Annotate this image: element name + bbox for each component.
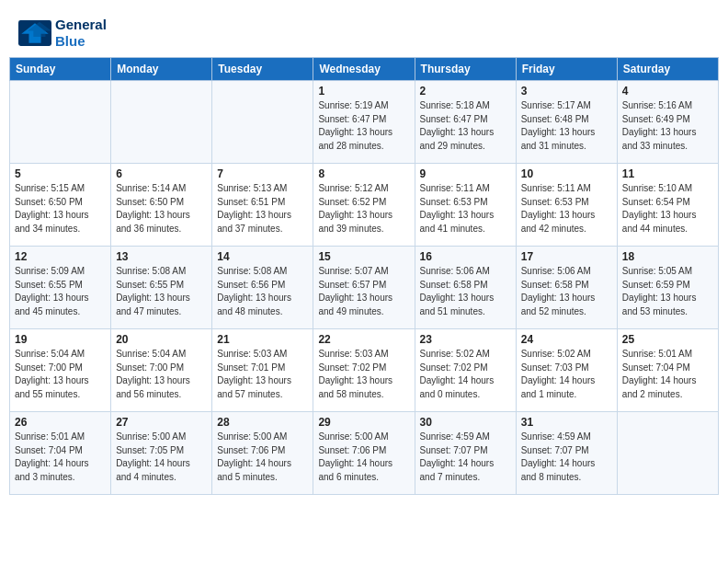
weekday-header-monday: Monday: [111, 58, 212, 81]
day-number: 14: [217, 250, 308, 263]
day-number: 17: [521, 250, 612, 263]
weekday-header-tuesday: Tuesday: [212, 58, 313, 81]
page-header: General Blue: [9, 9, 719, 53]
calendar-cell: 24Sunrise: 5:02 AM Sunset: 7:03 PM Dayli…: [516, 329, 617, 412]
calendar-cell: 17Sunrise: 5:06 AM Sunset: 6:58 PM Dayli…: [516, 247, 617, 329]
calendar-week-1: 1Sunrise: 5:19 AM Sunset: 6:47 PM Daylig…: [10, 81, 719, 164]
calendar-cell: [212, 81, 313, 164]
day-number: 1: [318, 85, 409, 98]
day-info: Sunrise: 5:01 AM Sunset: 7:04 PM Dayligh…: [15, 431, 106, 484]
calendar-week-4: 19Sunrise: 5:04 AM Sunset: 7:00 PM Dayli…: [10, 329, 719, 412]
calendar-cell: [10, 81, 111, 164]
day-info: Sunrise: 5:15 AM Sunset: 6:50 PM Dayligh…: [15, 182, 106, 236]
day-info: Sunrise: 5:03 AM Sunset: 7:01 PM Dayligh…: [217, 348, 308, 401]
day-info: Sunrise: 5:00 AM Sunset: 7:06 PM Dayligh…: [318, 431, 409, 484]
calendar-cell: 15Sunrise: 5:07 AM Sunset: 6:57 PM Dayli…: [313, 247, 415, 329]
day-info: Sunrise: 5:02 AM Sunset: 7:03 PM Dayligh…: [521, 348, 612, 401]
day-number: 30: [420, 416, 511, 429]
calendar-cell: 28Sunrise: 5:00 AM Sunset: 7:06 PM Dayli…: [212, 412, 313, 495]
day-number: 6: [116, 167, 207, 180]
day-info: Sunrise: 5:12 AM Sunset: 6:52 PM Dayligh…: [318, 182, 409, 236]
day-info: Sunrise: 5:01 AM Sunset: 7:04 PM Dayligh…: [622, 348, 713, 401]
day-number: 9: [420, 167, 511, 180]
day-number: 10: [521, 167, 612, 180]
day-number: 18: [622, 250, 713, 263]
day-info: Sunrise: 5:14 AM Sunset: 6:50 PM Dayligh…: [116, 182, 207, 236]
calendar-table: SundayMondayTuesdayWednesdayThursdayFrid…: [9, 57, 719, 495]
day-number: 5: [15, 167, 106, 180]
day-number: 24: [521, 333, 612, 346]
day-number: 13: [116, 250, 207, 263]
calendar-cell: 27Sunrise: 5:00 AM Sunset: 7:05 PM Dayli…: [111, 412, 212, 495]
calendar-cell: 22Sunrise: 5:03 AM Sunset: 7:02 PM Dayli…: [313, 329, 415, 412]
day-number: 4: [622, 85, 713, 98]
weekday-header-friday: Friday: [516, 58, 617, 81]
weekday-header-wednesday: Wednesday: [313, 58, 415, 81]
calendar-cell: 14Sunrise: 5:08 AM Sunset: 6:56 PM Dayli…: [212, 247, 313, 329]
day-info: Sunrise: 5:10 AM Sunset: 6:54 PM Dayligh…: [622, 182, 713, 236]
day-number: 23: [420, 333, 511, 346]
day-number: 12: [15, 250, 106, 263]
day-number: 22: [318, 333, 409, 346]
day-number: 26: [15, 416, 106, 429]
day-info: Sunrise: 5:08 AM Sunset: 6:55 PM Dayligh…: [116, 265, 207, 318]
calendar-cell: 18Sunrise: 5:05 AM Sunset: 6:59 PM Dayli…: [617, 247, 718, 329]
day-info: Sunrise: 5:04 AM Sunset: 7:00 PM Dayligh…: [116, 348, 207, 401]
calendar-cell: 21Sunrise: 5:03 AM Sunset: 7:01 PM Dayli…: [212, 329, 313, 412]
day-info: Sunrise: 4:59 AM Sunset: 7:07 PM Dayligh…: [521, 431, 612, 484]
day-info: Sunrise: 5:13 AM Sunset: 6:51 PM Dayligh…: [217, 182, 308, 236]
day-number: 19: [15, 333, 106, 346]
calendar-cell: 9Sunrise: 5:11 AM Sunset: 6:53 PM Daylig…: [415, 164, 516, 247]
calendar-cell: 7Sunrise: 5:13 AM Sunset: 6:51 PM Daylig…: [212, 164, 313, 247]
weekday-header-sunday: Sunday: [10, 58, 111, 81]
calendar-cell: 3Sunrise: 5:17 AM Sunset: 6:48 PM Daylig…: [516, 81, 617, 164]
calendar-cell: 16Sunrise: 5:06 AM Sunset: 6:58 PM Dayli…: [415, 247, 516, 329]
day-number: 25: [622, 333, 713, 346]
calendar-cell: 4Sunrise: 5:16 AM Sunset: 6:49 PM Daylig…: [617, 81, 718, 164]
day-info: Sunrise: 5:03 AM Sunset: 7:02 PM Dayligh…: [318, 348, 409, 401]
weekday-header-thursday: Thursday: [415, 58, 516, 81]
day-number: 28: [217, 416, 308, 429]
day-info: Sunrise: 5:00 AM Sunset: 7:06 PM Dayligh…: [217, 431, 308, 484]
day-info: Sunrise: 5:07 AM Sunset: 6:57 PM Dayligh…: [318, 265, 409, 318]
calendar-cell: 2Sunrise: 5:18 AM Sunset: 6:47 PM Daylig…: [415, 81, 516, 164]
day-info: Sunrise: 5:09 AM Sunset: 6:55 PM Dayligh…: [15, 265, 106, 318]
day-number: 21: [217, 333, 308, 346]
calendar-week-3: 12Sunrise: 5:09 AM Sunset: 6:55 PM Dayli…: [10, 247, 719, 329]
day-info: Sunrise: 5:05 AM Sunset: 6:59 PM Dayligh…: [622, 265, 713, 318]
weekday-header-saturday: Saturday: [617, 58, 718, 81]
day-info: Sunrise: 5:11 AM Sunset: 6:53 PM Dayligh…: [521, 182, 612, 236]
day-info: Sunrise: 5:16 AM Sunset: 6:49 PM Dayligh…: [622, 99, 713, 153]
day-info: Sunrise: 5:00 AM Sunset: 7:05 PM Dayligh…: [116, 431, 207, 484]
day-number: 15: [318, 250, 409, 263]
day-info: Sunrise: 5:18 AM Sunset: 6:47 PM Dayligh…: [420, 99, 511, 153]
weekday-row: SundayMondayTuesdayWednesdayThursdayFrid…: [10, 58, 719, 81]
day-number: 29: [318, 416, 409, 429]
calendar-cell: 1Sunrise: 5:19 AM Sunset: 6:47 PM Daylig…: [313, 81, 415, 164]
calendar-cell: 25Sunrise: 5:01 AM Sunset: 7:04 PM Dayli…: [617, 329, 718, 412]
calendar-cell: 31Sunrise: 4:59 AM Sunset: 7:07 PM Dayli…: [516, 412, 617, 495]
calendar-body: 1Sunrise: 5:19 AM Sunset: 6:47 PM Daylig…: [10, 81, 719, 495]
logo: General Blue: [18, 17, 107, 50]
logo-text: General Blue: [55, 17, 107, 50]
day-info: Sunrise: 5:11 AM Sunset: 6:53 PM Dayligh…: [420, 182, 511, 236]
calendar-cell: 10Sunrise: 5:11 AM Sunset: 6:53 PM Dayli…: [516, 164, 617, 247]
day-number: 16: [420, 250, 511, 263]
calendar-cell: 11Sunrise: 5:10 AM Sunset: 6:54 PM Dayli…: [617, 164, 718, 247]
day-info: Sunrise: 5:19 AM Sunset: 6:47 PM Dayligh…: [318, 99, 409, 153]
day-info: Sunrise: 4:59 AM Sunset: 7:07 PM Dayligh…: [420, 431, 511, 484]
calendar-cell: 5Sunrise: 5:15 AM Sunset: 6:50 PM Daylig…: [10, 164, 111, 247]
calendar-cell: [617, 412, 718, 495]
calendar-cell: 8Sunrise: 5:12 AM Sunset: 6:52 PM Daylig…: [313, 164, 415, 247]
day-info: Sunrise: 5:08 AM Sunset: 6:56 PM Dayligh…: [217, 265, 308, 318]
calendar-cell: 13Sunrise: 5:08 AM Sunset: 6:55 PM Dayli…: [111, 247, 212, 329]
calendar-cell: 19Sunrise: 5:04 AM Sunset: 7:00 PM Dayli…: [10, 329, 111, 412]
day-info: Sunrise: 5:17 AM Sunset: 6:48 PM Dayligh…: [521, 99, 612, 153]
calendar-cell: 30Sunrise: 4:59 AM Sunset: 7:07 PM Dayli…: [415, 412, 516, 495]
calendar-week-2: 5Sunrise: 5:15 AM Sunset: 6:50 PM Daylig…: [10, 164, 719, 247]
calendar-cell: 12Sunrise: 5:09 AM Sunset: 6:55 PM Dayli…: [10, 247, 111, 329]
day-number: 11: [622, 167, 713, 180]
calendar-header: SundayMondayTuesdayWednesdayThursdayFrid…: [10, 58, 719, 81]
calendar-cell: 20Sunrise: 5:04 AM Sunset: 7:00 PM Dayli…: [111, 329, 212, 412]
day-info: Sunrise: 5:06 AM Sunset: 6:58 PM Dayligh…: [521, 265, 612, 318]
